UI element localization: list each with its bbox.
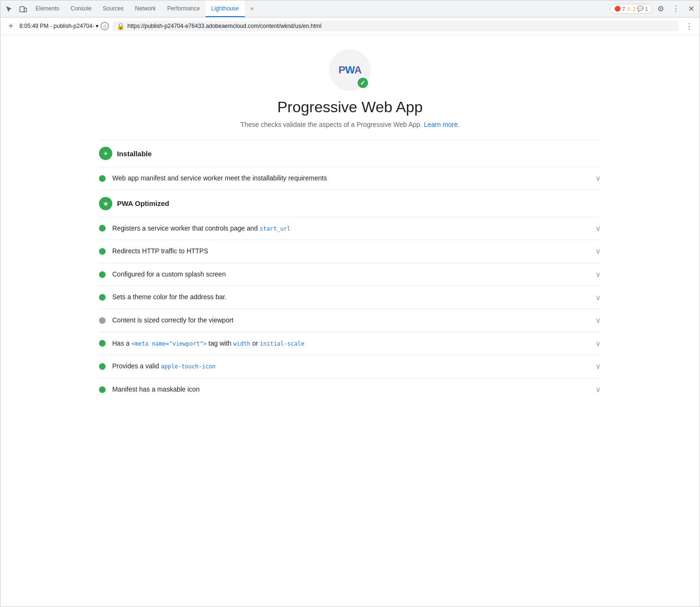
close-button[interactable]: ✕ [684, 2, 698, 16]
audit-status-dot [99, 175, 106, 182]
audit-status-dot [99, 225, 106, 232]
learn-more-link[interactable]: Learn more [424, 121, 458, 128]
chevron-down-icon: ∨ [595, 247, 601, 256]
pwa-icon-circle: PWA [329, 49, 371, 91]
chevron-down-icon: ∨ [595, 293, 601, 302]
pwa-optimized-title: PWA Optimized [117, 199, 169, 207]
audit-row[interactable]: Has a <meta name="viewport"> tag with wi… [99, 332, 601, 355]
tab-sources[interactable]: Sources [97, 0, 129, 17]
info-count: 1 [645, 6, 648, 12]
audit-status-dot [99, 386, 106, 393]
installable-section-header: + Installable [99, 140, 601, 167]
chevron-down-icon: ∨ [595, 385, 601, 394]
dropdown-icon: ▾ [96, 23, 99, 29]
url-more-icon: ⋮ [685, 22, 693, 31]
url-bar: + 8:05:49 PM - publish-p24704- ▾ ⊘ 🔒 htt… [0, 18, 700, 35]
info-icon: 💬 [637, 6, 644, 12]
audit-row[interactable]: Registers a service worker that controls… [99, 217, 601, 240]
chevron-down-icon: ∨ [595, 174, 601, 183]
pwa-header: PWA Progressive Web App These checks val… [99, 49, 601, 128]
lighthouse-panel: PWA Progressive Web App These checks val… [0, 35, 700, 607]
tab-network[interactable]: Network [129, 0, 162, 17]
audit-row[interactable]: Configured for a custom splash screen ∨ [99, 263, 601, 286]
tab-console[interactable]: Console [65, 0, 97, 17]
audit-label: Manifest has a maskable icon [112, 385, 592, 394]
pwa-optimized-icon: ★ [99, 197, 112, 210]
audit-status-dot [99, 340, 106, 347]
pwa-check-icon [357, 77, 369, 89]
audit-label: Sets a theme color for the address bar. [112, 293, 592, 302]
warning-count: 1 [633, 6, 636, 12]
audit-label: Has a <meta name="viewport"> tag with wi… [112, 339, 592, 348]
chevron-down-icon: ∨ [595, 270, 601, 279]
audit-status-dot [99, 294, 106, 301]
cursor-icon[interactable] [2, 2, 16, 16]
add-panel-button[interactable]: + [4, 19, 18, 33]
url-text: https://publish-p24704-e76433.adobeaemcl… [127, 23, 675, 29]
chevron-down-icon: ∨ [595, 339, 601, 348]
settings-button[interactable]: ⚙ [654, 2, 667, 16]
audit-label: Provides a valid apple-touch-icon [112, 362, 592, 371]
warning-icon: ⚠ [627, 6, 631, 12]
tab-more[interactable]: » [245, 0, 260, 17]
audit-row[interactable]: Redirects HTTP traffic to HTTPS ∨ [99, 240, 601, 263]
audit-status-dot [99, 271, 106, 278]
pwa-subtitle: These checks validate the aspects of a P… [241, 121, 460, 128]
svg-rect-0 [20, 7, 24, 12]
close-icon: ✕ [688, 4, 694, 13]
installable-title: Installable [117, 150, 152, 158]
audit-label: Registers a service worker that controls… [112, 224, 592, 233]
no-throttle-icon: ⊘ [100, 22, 109, 30]
error-count: 7 [622, 6, 625, 12]
more-button[interactable]: ⋮ [669, 2, 682, 16]
tab-performance[interactable]: Performance [162, 0, 206, 17]
device-toggle-icon[interactable] [17, 2, 30, 16]
more-dots-icon: ⋮ [672, 4, 680, 13]
url-field[interactable]: 🔒 https://publish-p24704-e76433.adobeaem… [113, 21, 679, 31]
pwa-optimized-section-header: ★ PWA Optimized [99, 190, 601, 217]
tab-elements[interactable]: Elements [30, 0, 65, 17]
chevron-down-icon: ∨ [595, 224, 601, 233]
tab-lighthouse[interactable]: Lighthouse [206, 0, 245, 17]
audit-status-dot [99, 317, 106, 324]
gear-icon: ⚙ [657, 4, 664, 13]
svg-rect-1 [24, 8, 27, 12]
audit-label: Redirects HTTP traffic to HTTPS [112, 247, 592, 256]
audit-status-dot [99, 248, 106, 255]
error-badge[interactable]: 🔴 7 ⚠ 1 💬 1 [610, 4, 652, 14]
chevron-down-icon: ∨ [595, 362, 601, 371]
audit-status-dot [99, 363, 106, 370]
pwa-title: Progressive Web App [277, 98, 422, 116]
url-more-button[interactable]: ⋮ [682, 19, 696, 33]
audit-label: Configured for a custom splash screen [112, 270, 592, 279]
audit-label: Web app manifest and service worker meet… [112, 174, 592, 183]
audit-row[interactable]: Web app manifest and service worker meet… [99, 167, 601, 190]
audit-row[interactable]: Provides a valid apple-touch-icon ∨ [99, 355, 601, 378]
audit-row[interactable]: Content is sized correctly for the viewp… [99, 309, 601, 332]
audit-label: Content is sized correctly for the viewp… [112, 316, 592, 325]
audit-row[interactable]: Sets a theme color for the address bar. … [99, 286, 601, 309]
error-icon: 🔴 [614, 6, 621, 12]
chevron-down-icon: ∨ [595, 316, 601, 325]
session-label: 8:05:49 PM - publish-p24704- ▾ [19, 23, 99, 29]
audit-row[interactable]: Manifest has a maskable icon ∨ [99, 378, 601, 401]
pwa-logo: PWA [339, 64, 362, 76]
security-icon: 🔒 [117, 22, 125, 30]
installable-icon: + [99, 147, 112, 160]
